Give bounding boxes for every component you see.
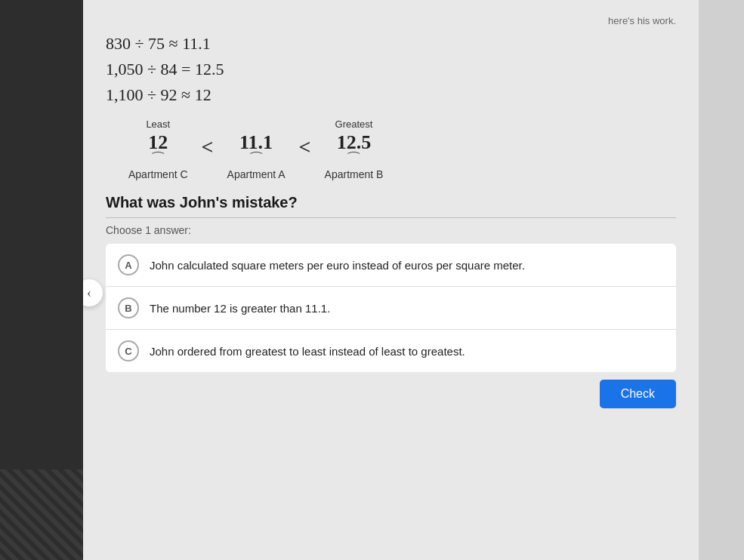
- operator-1: <: [188, 135, 227, 159]
- greatest-label: Greatest: [335, 118, 373, 130]
- curly-a: ⁀: [227, 152, 286, 166]
- answer-options: A John calculated square meters per euro…: [106, 244, 676, 372]
- answer-option-c[interactable]: C John ordered from greatest to least in…: [106, 330, 676, 372]
- choose-label: Choose 1 answer:: [106, 217, 676, 236]
- main-content: ‹ here's his work. 830 ÷ 75 ≈ 11.1 1,050…: [83, 0, 699, 560]
- option-text-b: The number 12 is greater than 11.1.: [150, 300, 330, 316]
- number-b: 12.5: [337, 131, 372, 154]
- option-circle-b: B: [118, 297, 139, 318]
- equation-2: 1,050 ÷ 84 = 12.5: [106, 60, 676, 79]
- operator-2: <: [286, 135, 325, 159]
- comparison-item-b: Greatest 12.5 ⁀ Apartment B: [325, 118, 384, 180]
- apartment-a-label: Apartment A: [227, 168, 286, 180]
- sidebar-stripes: [0, 469, 83, 560]
- question-section: What was John's mistake? Choose 1 answer…: [106, 194, 676, 408]
- answer-option-a[interactable]: A John calculated square meters per euro…: [106, 244, 676, 287]
- equations-section: 830 ÷ 75 ≈ 11.1 1,050 ÷ 84 = 12.5 1,100 …: [106, 34, 676, 105]
- apartment-c-label: Apartment C: [128, 168, 188, 180]
- check-button-row: Check: [106, 380, 676, 408]
- left-sidebar: [0, 0, 83, 560]
- equation-3: 1,100 ÷ 92 ≈ 12: [106, 85, 676, 105]
- option-text-c: John ordered from greatest to least inst…: [150, 343, 465, 359]
- least-label: Least: [146, 118, 170, 130]
- number-a: 11.1: [239, 131, 273, 154]
- comparison-item-c: Least 12 ⁀ Apartment C: [128, 118, 188, 180]
- option-text-a: John calculated square meters per euro i…: [150, 257, 525, 273]
- number-c: 12: [148, 131, 168, 154]
- curly-c: ⁀: [128, 152, 188, 166]
- option-circle-a: A: [118, 254, 139, 275]
- nav-back-button[interactable]: ‹: [83, 279, 103, 306]
- check-button[interactable]: Check: [600, 380, 676, 408]
- question-title: What was John's mistake?: [106, 194, 676, 211]
- header-work-label: here's his work.: [106, 15, 676, 26]
- right-panel: [699, 0, 744, 560]
- curly-b: ⁀: [325, 152, 384, 166]
- comparison-section: Least 12 ⁀ Apartment C < X 11.1 ⁀ Apartm…: [128, 118, 676, 180]
- comparison-item-a: X 11.1 ⁀ Apartment A: [227, 118, 286, 180]
- apartment-b-label: Apartment B: [325, 168, 384, 180]
- answer-option-b[interactable]: B The number 12 is greater than 11.1.: [106, 287, 676, 330]
- option-circle-c: C: [118, 340, 139, 362]
- equation-1: 830 ÷ 75 ≈ 11.1: [106, 34, 676, 54]
